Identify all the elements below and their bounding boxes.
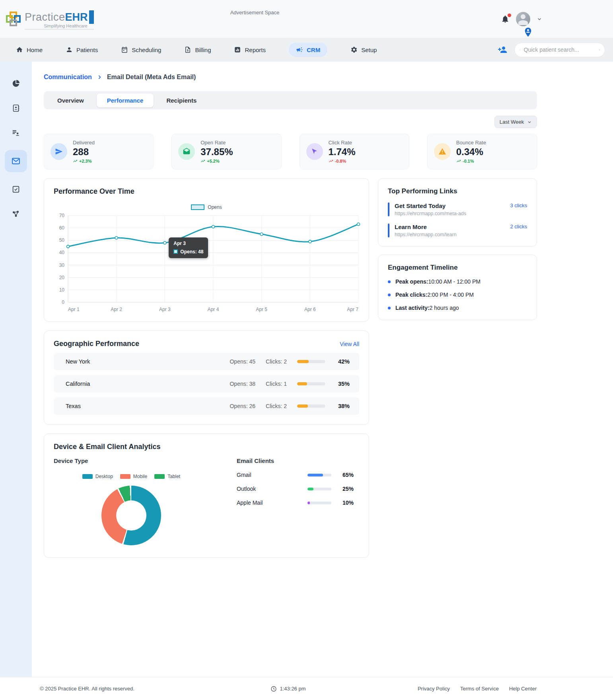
engagement-title: Engagement Timeline — [388, 264, 527, 272]
terms-link[interactable]: Terms of Service — [460, 686, 499, 692]
svg-text:10: 10 — [59, 287, 65, 293]
nav-item-scheduling[interactable]: Scheduling — [121, 46, 161, 53]
nav-item-patients[interactable]: Patients — [66, 46, 98, 53]
email-client-label: Outlook — [237, 486, 307, 492]
nav-item-setup[interactable]: Setup — [350, 46, 377, 53]
device-analytics-card: Device & Email Client Analytics Device T… — [44, 434, 369, 558]
trending-up-icon — [456, 159, 461, 163]
timeline-item: Last activity:2 hours ago — [388, 305, 527, 311]
stat-trend: +5.2% — [200, 159, 233, 163]
nav-item-reports[interactable]: Reports — [234, 46, 266, 53]
geo-clicks: Clicks: 1 — [266, 381, 287, 387]
chevron-down-icon[interactable] — [537, 16, 542, 22]
legend-label: Desktop — [95, 474, 113, 479]
svg-text:Apr 2: Apr 2 — [111, 307, 122, 312]
sidebar-item-email[interactable] — [5, 150, 27, 172]
tabs-bar: Overview Performance Recipients — [44, 91, 537, 109]
link-clicks: 2 clicks — [510, 224, 527, 237]
nav-label: Patients — [76, 47, 98, 53]
email-clients-title: Email Clients — [237, 457, 354, 464]
line-chart: 010203040506070Apr 1Apr 2Apr 3Apr 4Apr 5… — [54, 212, 359, 315]
nav-item-crm[interactable]: CRM — [289, 43, 327, 57]
calendar-icon — [121, 46, 128, 53]
stat-icon-wrap — [178, 143, 195, 160]
geo-progress-fill — [297, 360, 309, 363]
svg-text:70: 70 — [59, 213, 65, 218]
stat-card-bounce-rate: Bounce Rate 0.34% -0.1% — [427, 134, 537, 169]
svg-text:20: 20 — [59, 275, 65, 280]
geo-percent: 35% — [335, 381, 350, 387]
breadcrumb-parent-link[interactable]: Communication — [44, 74, 92, 81]
nav-label: Setup — [361, 47, 377, 53]
help-center-link[interactable]: Help Center — [509, 686, 537, 692]
open-envelope-icon — [183, 148, 191, 156]
geo-progress-track — [297, 360, 325, 363]
period-dropdown[interactable]: Last Week — [494, 116, 537, 128]
stat-value: 37.85% — [200, 146, 233, 158]
header-actions — [501, 12, 542, 26]
sidebar-item-contacts[interactable] — [8, 101, 23, 116]
geo-clicks: Clicks: 2 — [266, 358, 287, 365]
nav-label: CRM — [307, 47, 320, 53]
nav-item-home[interactable]: Home — [16, 46, 43, 53]
email-icon — [11, 156, 21, 166]
svg-text:40: 40 — [59, 250, 65, 255]
breadcrumb: Communication Email Detail (Meta Ads Ema… — [44, 74, 537, 81]
svg-text:Apr 3: Apr 3 — [159, 307, 171, 312]
legend-swatch — [120, 474, 130, 479]
stat-icon-wrap — [51, 143, 67, 160]
sidebar-item-automation[interactable] — [8, 206, 23, 222]
email-bar-track — [307, 474, 331, 476]
email-client-percent: 10% — [339, 500, 354, 506]
add-patient-icon[interactable] — [498, 45, 507, 54]
search-input[interactable] — [524, 47, 596, 53]
link-item[interactable]: Get Started Today https://ehrcrmapp.com/… — [388, 202, 527, 216]
stat-value: 0.34% — [456, 146, 486, 158]
view-all-link[interactable]: View All — [340, 341, 359, 347]
email-client-row: Outlook 25% — [237, 486, 354, 492]
legend-label: Tablet — [167, 474, 180, 479]
footer: © 2025 Practice EHR. All rights reserved… — [0, 677, 613, 700]
tab-recipients[interactable]: Recipients — [156, 93, 207, 107]
geo-row: California Opens: 38 Clicks: 1 35% — [54, 375, 359, 393]
geo-progress-track — [297, 404, 325, 408]
svg-text:60: 60 — [59, 225, 65, 231]
stat-label: Delivered — [73, 140, 95, 146]
filter-sliders-icon[interactable] — [599, 47, 600, 53]
geo-region: New York — [66, 358, 230, 365]
leads-icon — [12, 128, 20, 137]
geographic-performance-card: Geographic Performance View All New York… — [44, 331, 369, 425]
sidebar — [0, 62, 32, 677]
device-card-title: Device & Email Client Analytics — [54, 443, 359, 451]
warning-icon — [438, 148, 446, 156]
geo-row: Texas Opens: 26 Clicks: 2 38% — [54, 397, 359, 415]
user-avatar[interactable] — [516, 12, 530, 26]
billing-icon: $ — [184, 46, 191, 53]
nav-label: Scheduling — [132, 47, 161, 53]
sidebar-item-analytics[interactable] — [8, 76, 23, 91]
stat-cards: Delivered 288 +2.3% — [44, 134, 537, 169]
stat-card-click-rate: Click Rate 1.74% -0.8% — [300, 134, 409, 169]
stat-label: Click Rate — [329, 140, 356, 146]
svg-text:Apr 1: Apr 1 — [68, 307, 80, 312]
tab-performance[interactable]: Performance — [97, 93, 154, 107]
donut-hole — [116, 500, 146, 531]
sidebar-item-leads[interactable] — [8, 125, 23, 140]
geo-percent: 38% — [335, 403, 350, 409]
email-bar-track — [307, 502, 331, 504]
nav-item-billing[interactable]: $ Billing — [184, 46, 211, 53]
link-item[interactable]: Learn More https://ehrcrmapp.com/learn 2… — [388, 224, 527, 237]
user-pin-icon — [523, 27, 533, 37]
footer-clock: 1:43:26 pm — [270, 686, 306, 692]
privacy-policy-link[interactable]: Privacy Policy — [418, 686, 450, 692]
sidebar-item-tasks[interactable] — [8, 182, 23, 197]
cursor-icon — [311, 148, 318, 156]
logo-cross-icon — [6, 10, 22, 28]
app-logo[interactable]: PracticeEHR Simplifying Healthcare — [6, 10, 94, 29]
clock-icon — [270, 686, 277, 692]
notifications-button[interactable] — [501, 15, 510, 23]
nav-label: Home — [27, 47, 43, 53]
location-user-button[interactable] — [523, 27, 533, 37]
tab-overview[interactable]: Overview — [47, 93, 94, 107]
timeline-item: Peak clicks:2:00 PM - 4:00 PM — [388, 292, 527, 298]
